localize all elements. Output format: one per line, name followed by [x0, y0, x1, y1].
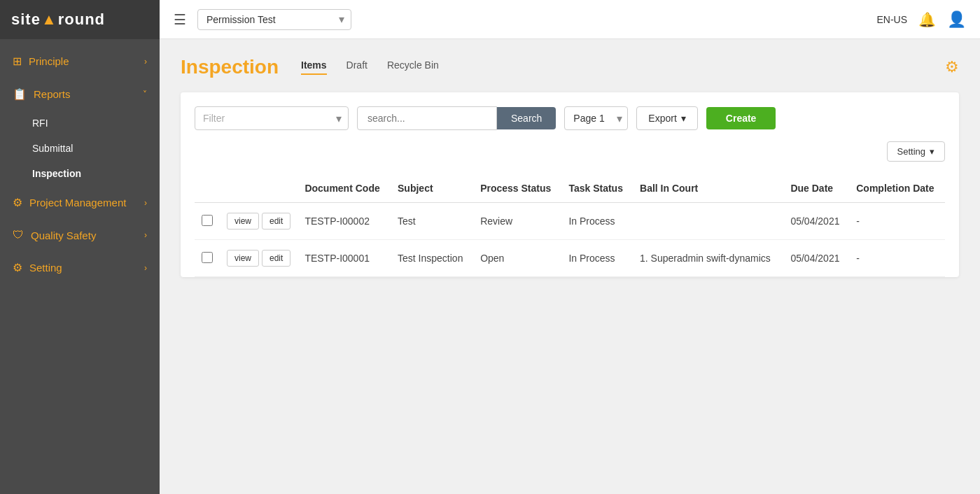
chevron-down-icon: ˅ — [143, 90, 147, 99]
hamburger-icon[interactable]: ☰ — [174, 11, 186, 28]
tab-recycle-bin[interactable]: Recycle Bin — [387, 59, 439, 75]
logo-round: round — [58, 10, 105, 28]
sidebar-logo: site▲round — [0, 0, 160, 39]
table-row: view edit TESTP-I00001 Test Inspection O… — [195, 240, 945, 277]
edit-button[interactable]: edit — [262, 250, 290, 267]
page-select[interactable]: Page 1 — [564, 106, 628, 130]
col-ball-in-court: Ball In Court — [633, 174, 783, 203]
setting-label: Setting — [897, 146, 925, 157]
export-button[interactable]: Export ▾ — [636, 106, 697, 130]
col-actions — [220, 174, 298, 203]
export-label: Export — [648, 113, 676, 124]
col-completion-date: Completion Date — [849, 174, 945, 203]
cell-subject: Test — [391, 203, 473, 240]
filter-select-wrapper: Filter ▾ — [195, 106, 349, 130]
sidebar-item-label: Principle — [29, 55, 69, 67]
col-due-date: Due Date — [783, 174, 849, 203]
topbar: ☰ Permission Test ▾ EN-US 🔔 👤 — [160, 0, 980, 39]
col-subject: Subject — [391, 174, 473, 203]
setting-row: Setting ▾ — [195, 141, 945, 169]
row-checkbox[interactable] — [202, 252, 213, 263]
search-group: Search — [357, 106, 556, 130]
cell-process-status: Review — [473, 203, 561, 240]
cell-ball-in-court: 1. Superadmin swift-dynamics — [633, 240, 783, 277]
sidebar-nav: ⊞ Principle › 📋 Reports ˅ RFI Submittal … — [0, 39, 160, 494]
cell-ball-in-court — [633, 203, 783, 240]
page-title: Inspection — [181, 56, 279, 78]
chevron-right-icon: › — [144, 198, 147, 208]
filter-select[interactable] — [195, 106, 349, 130]
chevron-right-icon: › — [144, 57, 147, 66]
sidebar-sub-item-rfi[interactable]: RFI — [0, 111, 160, 136]
row-actions-cell: view edit — [220, 203, 298, 240]
gear-icon: ⚙ — [13, 261, 22, 274]
sidebar-item-label: Reports — [34, 88, 71, 100]
logo-site: site — [11, 10, 41, 28]
edit-button[interactable]: edit — [262, 213, 290, 230]
row-checkbox[interactable] — [202, 215, 213, 226]
page-tabs: Items Draft Recycle Bin — [301, 59, 439, 75]
sidebar-sub-item-inspection[interactable]: Inspection — [0, 161, 160, 186]
page-header: Inspection Items Draft Recycle Bin ⚙ — [181, 56, 959, 78]
tab-draft[interactable]: Draft — [346, 59, 368, 75]
data-table: Document Code Subject Process Status Tas… — [195, 174, 945, 277]
table-header-row: Document Code Subject Process Status Tas… — [195, 174, 945, 203]
cell-completion-date: - — [849, 203, 945, 240]
notification-bell-icon[interactable]: 🔔 — [918, 11, 936, 28]
cell-subject: Test Inspection — [391, 240, 473, 277]
table-row: view edit TESTP-I00002 Test Review In Pr… — [195, 203, 945, 240]
col-document-code: Document Code — [298, 174, 391, 203]
cell-process-status: Open — [473, 240, 561, 277]
tab-items[interactable]: Items — [301, 59, 327, 75]
sidebar-sub-item-submittal[interactable]: Submittal — [0, 136, 160, 161]
document-icon: 📋 — [13, 87, 27, 101]
chevron-right-icon: › — [144, 263, 147, 273]
action-buttons: view edit — [227, 213, 290, 230]
cell-document-code: TESTP-I00001 — [298, 240, 391, 277]
sidebar-item-label: Setting — [29, 262, 62, 274]
sidebar: site▲round ⊞ Principle › 📋 Reports ˅ RFI… — [0, 0, 160, 494]
sidebar-item-reports[interactable]: 📋 Reports ˅ — [0, 78, 160, 111]
col-task-status: Task Status — [561, 174, 633, 203]
project-select-wrapper: Permission Test ▾ — [197, 9, 351, 30]
language-label: EN-US — [876, 14, 907, 25]
grid-icon: ⊞ — [13, 55, 22, 68]
col-checkbox — [195, 174, 220, 203]
action-buttons: view edit — [227, 250, 290, 267]
cell-task-status: In Process — [561, 240, 633, 277]
logo-arrow-icon: ▲ — [41, 10, 57, 28]
create-button[interactable]: Create — [706, 107, 776, 129]
cell-due-date: 05/04/2021 — [783, 203, 849, 240]
settings-gear-icon[interactable]: ⚙ — [945, 58, 959, 76]
search-button[interactable]: Search — [497, 107, 556, 129]
logo-text: site▲round — [11, 10, 105, 29]
content-area: Inspection Items Draft Recycle Bin ⚙ Fil… — [160, 39, 980, 494]
chevron-right-icon: › — [144, 230, 147, 240]
project-select[interactable]: Permission Test — [197, 9, 351, 30]
cell-task-status: In Process — [561, 203, 633, 240]
search-input[interactable] — [357, 106, 497, 130]
row-checkbox-cell — [195, 240, 220, 277]
sidebar-item-setting[interactable]: ⚙ Setting › — [0, 251, 160, 284]
main-area: ☰ Permission Test ▾ EN-US 🔔 👤 Inspection… — [160, 0, 980, 494]
cell-due-date: 05/04/2021 — [783, 240, 849, 277]
chevron-down-icon: ▾ — [930, 146, 934, 157]
settings-icon: ⚙ — [13, 196, 22, 209]
sidebar-item-label: Project Management — [29, 197, 126, 209]
shield-icon: 🛡 — [13, 229, 24, 241]
setting-button[interactable]: Setting ▾ — [887, 141, 945, 162]
row-actions-cell: view edit — [220, 240, 298, 277]
sidebar-item-principle[interactable]: ⊞ Principle › — [0, 45, 160, 78]
cell-completion-date: - — [849, 240, 945, 277]
page-select-wrapper: Page 1 ▾ — [564, 106, 628, 130]
page-header-left: Inspection Items Draft Recycle Bin — [181, 56, 439, 78]
view-button[interactable]: view — [227, 250, 259, 267]
sidebar-item-quality-safety[interactable]: 🛡 Quality Safety › — [0, 219, 160, 251]
user-avatar-icon[interactable]: 👤 — [947, 10, 966, 29]
view-button[interactable]: view — [227, 213, 259, 230]
sidebar-item-project-management[interactable]: ⚙ Project Management › — [0, 186, 160, 219]
toolbar-row: Filter ▾ Search Page 1 ▾ Export — [195, 106, 945, 130]
row-checkbox-cell — [195, 203, 220, 240]
chevron-down-icon: ▾ — [681, 113, 686, 124]
col-process-status: Process Status — [473, 174, 561, 203]
